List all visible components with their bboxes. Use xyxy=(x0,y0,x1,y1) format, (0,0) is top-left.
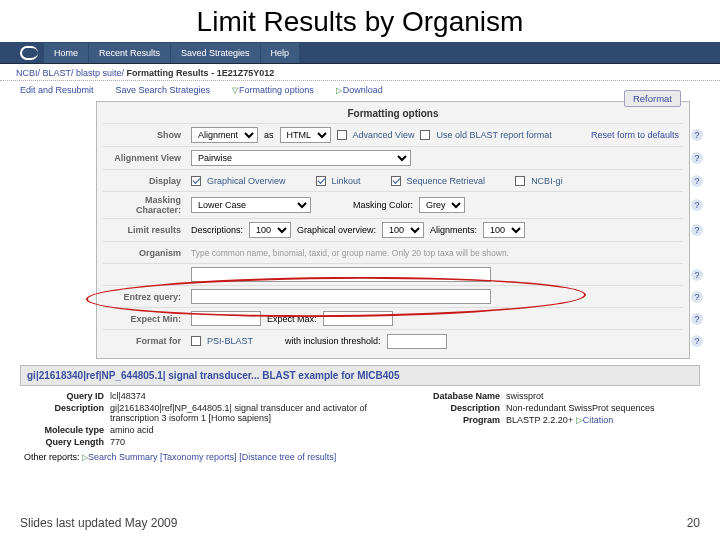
citation-link[interactable]: Citation xyxy=(583,415,614,425)
desc-label: Descriptions: xyxy=(191,225,243,235)
link-fmt[interactable]: Formatting options xyxy=(239,85,314,95)
qmol-value: amino acid xyxy=(110,425,154,435)
row-expect: Expect Min: Expect Max: ? xyxy=(103,308,683,330)
organism-hint: Type common name, binomial, taxid, or gr… xyxy=(191,248,509,258)
old-format-label: Use old BLAST report format xyxy=(436,130,551,140)
adv-view-checkbox[interactable] xyxy=(337,130,347,140)
label-entrez: Entrez query: xyxy=(107,292,191,302)
adv-view-label: Advanced View xyxy=(353,130,415,140)
seqret-checkbox[interactable] xyxy=(391,176,401,186)
footer-date: Slides last updated May 2009 xyxy=(20,516,177,530)
other-reports: Other reports: ▷Search Summary [Taxonomy… xyxy=(24,452,696,462)
ddesc-label: Description xyxy=(420,403,506,413)
linkout-label: Linkout xyxy=(332,176,361,186)
al-select[interactable]: 100 xyxy=(483,222,525,238)
help-icon[interactable]: ? xyxy=(691,313,703,325)
label-formatfor: Format for xyxy=(107,336,191,346)
link-download[interactable]: Download xyxy=(343,85,383,95)
alnview-select[interactable]: Pairwise xyxy=(191,150,411,166)
help-icon[interactable]: ? xyxy=(691,129,703,141)
nav-recent[interactable]: Recent Results xyxy=(89,43,170,63)
row-limit: Limit results Descriptions: 100 Graphica… xyxy=(103,219,683,242)
threshold-input[interactable] xyxy=(387,334,447,349)
query-details: Query IDlcl|48374 Descriptiongi|21618340… xyxy=(24,390,696,448)
label-show: Show xyxy=(107,130,191,140)
bc-fmt: Formatting Results xyxy=(127,68,209,78)
show-as: as xyxy=(264,130,274,140)
db-label: Database Name xyxy=(420,391,506,401)
desc-select[interactable]: 100 xyxy=(249,222,291,238)
qdesc-label: Description xyxy=(24,403,110,423)
nav-saved[interactable]: Saved Strategies xyxy=(171,43,260,63)
bc-rid: - 1E21Z75Y012 xyxy=(211,68,274,78)
qmol-label: Molecule type xyxy=(24,425,110,435)
threshold-label: with inclusion threshold: xyxy=(285,336,381,346)
qdesc-value: gi|21618340|ref|NP_644805.1| signal tran… xyxy=(110,403,390,423)
organism-input[interactable] xyxy=(191,267,491,282)
other-label: Other reports: xyxy=(24,452,80,462)
psi-label: PSI-BLAST xyxy=(207,336,253,346)
label-masking: Masking Character: xyxy=(107,195,191,215)
linkout-checkbox[interactable] xyxy=(316,176,326,186)
old-format-checkbox[interactable] xyxy=(420,130,430,140)
al-label: Alignments: xyxy=(430,225,477,235)
expect-min-input[interactable] xyxy=(191,311,261,326)
go-checkbox[interactable] xyxy=(191,176,201,186)
mask-color-select[interactable]: Grey xyxy=(419,197,465,213)
reset-link[interactable]: Reset form to defaults xyxy=(591,130,679,140)
top-nav: Home Recent Results Saved Strategies Hel… xyxy=(0,42,720,64)
ncbigi-checkbox[interactable] xyxy=(515,176,525,186)
expect-max-input[interactable] xyxy=(323,311,393,326)
link-bar: Edit and Resubmit Save Search Strategies… xyxy=(0,81,720,99)
seqret-label: Sequence Retrieval xyxy=(407,176,486,186)
prog-label: Program xyxy=(420,415,506,425)
row-alignment-view: Alignment View Pairwise ? xyxy=(103,147,683,170)
nav-home[interactable]: Home xyxy=(44,43,88,63)
bc-ncbi[interactable]: NCBI/ xyxy=(16,68,40,78)
slide-footer: Slides last updated May 2009 20 xyxy=(0,516,720,530)
triangle-down-icon: ▽ xyxy=(232,86,238,95)
row-show: Show Alignment as HTML Advanced View Use… xyxy=(103,124,683,147)
help-icon[interactable]: ? xyxy=(691,199,703,211)
mask-char-select[interactable]: Lower Case xyxy=(191,197,311,213)
go-select[interactable]: 100 xyxy=(382,222,424,238)
help-icon[interactable]: ? xyxy=(691,335,703,347)
entrez-input[interactable] xyxy=(191,289,491,304)
label-organism: Organism xyxy=(107,248,191,258)
help-icon[interactable]: ? xyxy=(691,175,703,187)
mask-color-label: Masking Color: xyxy=(353,200,413,210)
label-display: Display xyxy=(107,176,191,186)
triangle-right-icon: ▷ xyxy=(336,86,342,95)
go-label: Graphical Overview xyxy=(207,176,286,186)
label-expect-max: Expect Max: xyxy=(267,314,317,324)
query-heading: gi|21618340|ref|NP_644805.1| signal tran… xyxy=(20,365,700,386)
footer-pagenum: 20 xyxy=(687,516,700,530)
row-entrez: Entrez query: ? xyxy=(103,286,683,308)
qid-value: lcl|48374 xyxy=(110,391,146,401)
search-summary-link[interactable]: Search Summary xyxy=(88,452,158,462)
link-save[interactable]: Save Search Strategies xyxy=(116,85,211,95)
breadcrumb: NCBI/ BLAST/ blastp suite/ Formatting Re… xyxy=(0,64,720,81)
ddesc-value: Non-redundant SwissProt sequences xyxy=(506,403,655,413)
help-icon[interactable]: ? xyxy=(691,291,703,303)
taxonomy-link[interactable]: [Taxonomy reports] xyxy=(160,452,237,462)
bc-suite[interactable]: blastp suite/ xyxy=(76,68,124,78)
row-display: Display Graphical Overview Linkout Seque… xyxy=(103,170,683,192)
row-formatfor: Format for PSI-BLAST with inclusion thre… xyxy=(103,330,683,352)
bc-blast[interactable]: BLAST/ xyxy=(43,68,74,78)
nav-help[interactable]: Help xyxy=(261,43,300,63)
help-icon[interactable]: ? xyxy=(691,152,703,164)
help-icon[interactable]: ? xyxy=(691,269,703,281)
show-select[interactable]: Alignment xyxy=(191,127,258,143)
ncbigi-label: NCBI-gi xyxy=(531,176,563,186)
qlen-label: Query Length xyxy=(24,437,110,447)
link-edit[interactable]: Edit and Resubmit xyxy=(20,85,94,95)
formatting-panel: Reformat Formatting options Show Alignme… xyxy=(96,101,690,359)
help-icon[interactable]: ? xyxy=(691,224,703,236)
psi-checkbox[interactable] xyxy=(191,336,201,346)
show-format-select[interactable]: HTML xyxy=(280,127,331,143)
label-alnview: Alignment View xyxy=(107,153,191,163)
label-limit: Limit results xyxy=(107,225,191,235)
distance-tree-link[interactable]: [Distance tree of results] xyxy=(239,452,336,462)
reformat-button[interactable]: Reformat xyxy=(624,90,681,107)
